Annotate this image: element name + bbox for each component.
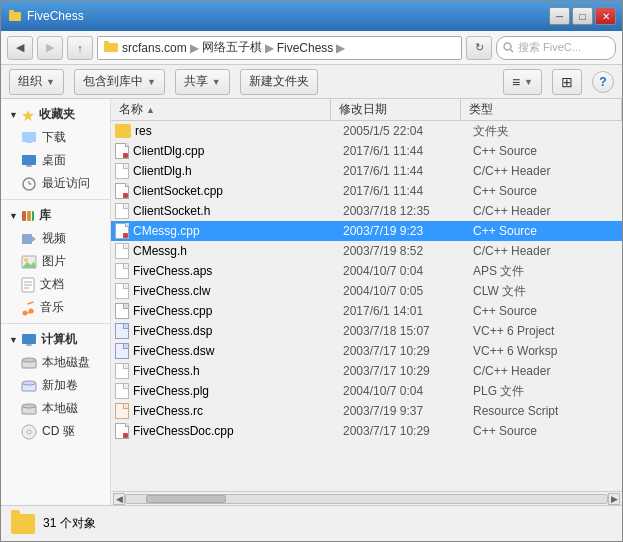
cpp-mark-icon — [115, 183, 129, 199]
desktop-icon — [21, 154, 37, 168]
hscroll-left[interactable]: ◀ — [113, 493, 125, 505]
file-date-cell: 2003/7/19 9:37 — [335, 404, 465, 418]
hscroll-right[interactable]: ▶ — [608, 493, 620, 505]
file-name: ClientDlg.h — [133, 164, 192, 178]
explorer-window: FiveChess ─ □ ✕ ◀ ▶ ↑ srcfans.com ▶ 网络五子… — [0, 0, 623, 542]
forward-button[interactable]: ▶ — [37, 36, 63, 60]
refresh-button[interactable]: ↻ — [466, 36, 492, 60]
sidebar-library-section: ▼ 库 视频 — [1, 204, 110, 319]
maximize-button[interactable]: □ — [572, 7, 593, 25]
share-button[interactable]: 共享 ▼ — [175, 69, 230, 95]
hscroll-track — [125, 494, 608, 504]
svg-marker-6 — [22, 110, 34, 121]
table-row[interactable]: FiveChess.rc 2003/7/19 9:37 Resource Scr… — [111, 401, 622, 421]
main-content: ▼ 收藏夹 下载 — [1, 99, 622, 505]
file-name: CMessg.cpp — [133, 224, 200, 238]
svg-rect-17 — [22, 234, 32, 244]
sidebar-item-image[interactable]: 图片 — [1, 250, 110, 273]
status-bar: 31 个对象 — [1, 505, 622, 541]
include-button[interactable]: 包含到库中 ▼ — [74, 69, 165, 95]
col-header-type[interactable]: 类型 — [461, 99, 622, 120]
library-arrow: ▼ — [9, 211, 18, 221]
sidebar-item-video[interactable]: 视频 — [1, 227, 110, 250]
file-date-cell: 2017/6/1 11:44 — [335, 184, 465, 198]
hscroll-thumb[interactable] — [146, 495, 226, 503]
table-row[interactable]: FiveChess.aps 2004/10/7 0:04 APS 文件 — [111, 261, 622, 281]
sidebar-computer-header[interactable]: ▼ 计算机 — [1, 328, 110, 351]
window-controls: ─ □ ✕ — [549, 7, 616, 25]
file-name: ClientSocket.cpp — [133, 184, 223, 198]
sidebar-library-header[interactable]: ▼ 库 — [1, 204, 110, 227]
new-folder-button[interactable]: 新建文件夹 — [240, 69, 318, 95]
sidebar-item-local-d[interactable]: 本地磁 — [1, 397, 110, 420]
computer-arrow: ▼ — [9, 335, 18, 345]
disk-icon-new — [21, 379, 37, 393]
status-folder-icon — [11, 514, 35, 534]
table-row[interactable]: FiveChessDoc.cpp 2003/7/17 10:29 C++ Sou… — [111, 421, 622, 441]
table-row[interactable]: ClientDlg.h 2017/6/1 11:44 C/C++ Header — [111, 161, 622, 181]
sidebar-item-music[interactable]: 音乐 — [1, 296, 110, 319]
table-row[interactable]: CMessg.cpp 2003/7/19 9:23 C++ Source — [111, 221, 622, 241]
organize-button[interactable]: 组织 ▼ — [9, 69, 64, 95]
col-header-date[interactable]: 修改日期 — [331, 99, 461, 120]
file-type-cell: C++ Source — [465, 224, 618, 238]
table-row[interactable]: ClientDlg.cpp 2017/6/1 11:44 C++ Source — [111, 141, 622, 161]
path-part-1: srcfans.com — [122, 41, 187, 55]
file-list-scroll[interactable]: res 2005/1/5 22:04 文件夹 ClientDlg.cpp 201… — [111, 121, 622, 491]
table-row[interactable]: ClientSocket.h 2003/7/18 12:35 C/C++ Hea… — [111, 201, 622, 221]
file-name-cell: FiveChess.h — [115, 363, 335, 379]
table-row[interactable]: ClientSocket.cpp 2017/6/1 11:44 C++ Sour… — [111, 181, 622, 201]
table-row[interactable]: FiveChess.cpp 2017/6/1 14:01 C++ Source — [111, 301, 622, 321]
computer-icon — [21, 333, 37, 347]
sidebar-item-doc[interactable]: 文档 — [1, 273, 110, 296]
sidebar-item-desktop[interactable]: 桌面 — [1, 149, 110, 172]
file-date-cell: 2004/10/7 0:05 — [335, 284, 465, 298]
file-date-cell: 2003/7/18 15:07 — [335, 324, 465, 338]
close-button[interactable]: ✕ — [595, 7, 616, 25]
file-name-cell: ClientSocket.cpp — [115, 183, 335, 199]
file-date-cell: 2017/6/1 14:01 — [335, 304, 465, 318]
search-placeholder: 搜索 FiveC... — [518, 40, 581, 55]
sidebar-item-new-vol[interactable]: 新加卷 — [1, 374, 110, 397]
minimize-button[interactable]: ─ — [549, 7, 570, 25]
sidebar-item-download[interactable]: 下载 — [1, 126, 110, 149]
table-row[interactable]: FiveChess.h 2003/7/17 10:29 C/C++ Header — [111, 361, 622, 381]
file-date-cell: 2017/6/1 11:44 — [335, 164, 465, 178]
music-icon — [21, 300, 35, 316]
table-row[interactable]: FiveChess.clw 2004/10/7 0:05 CLW 文件 — [111, 281, 622, 301]
hscroll-area[interactable]: ◀ ▶ — [111, 491, 622, 505]
sidebar-item-recent[interactable]: 最近访问 — [1, 172, 110, 195]
table-row[interactable]: FiveChess.dsw 2003/7/17 10:29 VC++ 6 Wor… — [111, 341, 622, 361]
svg-point-37 — [22, 404, 36, 408]
search-box[interactable]: 搜索 FiveC... — [496, 36, 616, 60]
h-icon — [115, 163, 129, 179]
sidebar-item-cd[interactable]: CD 驱 — [1, 420, 110, 443]
cd-icon — [21, 424, 37, 440]
svg-point-26 — [23, 310, 28, 315]
svg-rect-9 — [22, 155, 36, 165]
up-button[interactable]: ↑ — [67, 36, 93, 60]
file-name-cell: ClientDlg.cpp — [115, 143, 335, 159]
help-button[interactable]: ? — [592, 71, 614, 93]
sidebar-item-local-c[interactable]: 本地磁盘 — [1, 351, 110, 374]
table-row[interactable]: CMessg.h 2003/7/19 8:52 C/C++ Header — [111, 241, 622, 261]
layout-button[interactable]: ⊞ — [552, 69, 582, 95]
toolbar: 组织 ▼ 包含到库中 ▼ 共享 ▼ 新建文件夹 ≡ ▼ ⊞ ? — [1, 65, 622, 99]
file-name: FiveChess.cpp — [133, 304, 212, 318]
table-row[interactable]: FiveChess.plg 2004/10/7 0:04 PLG 文件 — [111, 381, 622, 401]
file-name-cell: FiveChess.cpp — [115, 303, 335, 319]
col-header-name[interactable]: 名称 ▲ — [111, 99, 331, 120]
sidebar-favorites-header[interactable]: ▼ 收藏夹 — [1, 103, 110, 126]
table-row[interactable]: res 2005/1/5 22:04 文件夹 — [111, 121, 622, 141]
share-arrow: ▼ — [212, 77, 221, 87]
h-icon — [115, 203, 129, 219]
address-path[interactable]: srcfans.com ▶ 网络五子棋 ▶ FiveChess ▶ — [97, 36, 462, 60]
cpp-mark-icon — [115, 423, 129, 439]
file-name: FiveChess.h — [133, 364, 200, 378]
file-name-cell: ClientDlg.h — [115, 163, 335, 179]
vc-icon — [115, 323, 129, 339]
back-button[interactable]: ◀ — [7, 36, 33, 60]
view-button[interactable]: ≡ ▼ — [503, 69, 542, 95]
recent-icon — [21, 177, 37, 191]
table-row[interactable]: FiveChess.dsp 2003/7/18 15:07 VC++ 6 Pro… — [111, 321, 622, 341]
